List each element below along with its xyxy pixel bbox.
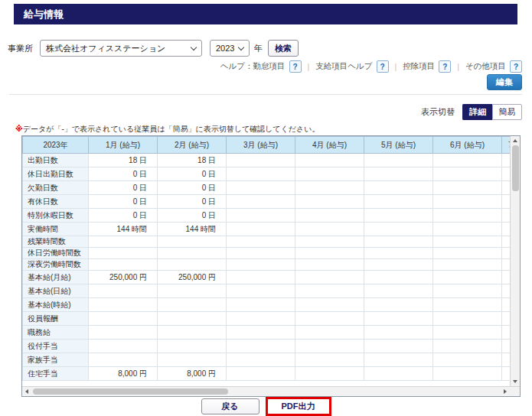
table-row: 休日出勤日数 0 日 0 日	[23, 167, 521, 181]
cell-value	[158, 259, 227, 271]
cell-value	[295, 298, 364, 312]
help-link-other-items[interactable]: その他項目	[465, 61, 506, 72]
office-select[interactable]: 株式会社オフィスステーション	[40, 40, 202, 57]
cell-value	[364, 312, 433, 326]
cell-value: 0 日	[89, 167, 158, 181]
toggle-simple-button[interactable]: 簡易	[492, 104, 522, 120]
row-label: 欠勤日数	[23, 181, 89, 195]
cell-value	[295, 167, 364, 181]
cell-value	[227, 248, 295, 259]
table-row: 役付手当	[23, 340, 521, 353]
scroll-up-icon[interactable]	[513, 139, 517, 142]
cell-value	[364, 298, 433, 312]
cell-value	[433, 167, 502, 181]
cell-value	[433, 154, 502, 167]
table-row: 家族手当	[23, 353, 521, 367]
year-select-value: 2023	[216, 44, 234, 53]
cell-value	[227, 353, 295, 367]
cell-value	[433, 181, 502, 195]
cell-value: 0 日	[89, 181, 158, 195]
vertical-scrollbar-thumb[interactable]	[512, 145, 519, 191]
cell-value	[433, 367, 502, 381]
cell-value	[295, 223, 364, 236]
scroll-down-icon[interactable]	[513, 380, 517, 383]
row-label: 出勤日数	[23, 154, 89, 167]
column-header-month: 6月 (給与)	[433, 137, 502, 154]
filter-bar: 事業所 株式会社オフィスステーション 2023 年 検索	[8, 40, 299, 57]
horizontal-scrollbar[interactable]	[22, 386, 520, 396]
year-suffix-label: 年	[254, 43, 263, 54]
row-label: 家族手当	[23, 353, 89, 367]
column-header-month: 4月 (給与)	[295, 137, 364, 154]
help-links-row: ヘルプ： 勤怠項目 ? | 支給項目ヘルプ ? | 控除項目 ? | その他項目…	[220, 60, 522, 73]
year-select[interactable]: 2023	[210, 40, 250, 57]
cell-value: 144 時間	[158, 223, 227, 236]
back-button[interactable]: 戻る	[201, 398, 259, 414]
cell-value	[295, 259, 364, 271]
cell-value	[364, 209, 433, 223]
cell-value	[433, 271, 502, 284]
column-header-month: 1月 (給与)	[89, 137, 158, 154]
page-title: 給与情報	[14, 4, 517, 24]
help-link-attendance-items[interactable]: 勤怠項目	[253, 61, 286, 72]
pdf-output-button[interactable]: PDF出力	[268, 399, 329, 414]
cell-value	[158, 353, 227, 367]
help-icon[interactable]: ?	[377, 60, 389, 73]
salary-table-container: 2023年 1月 (給与) 2月 (給与) 3月 (給与) 4月 (給与) 5月…	[21, 135, 521, 397]
table-row: 住宅手当 8,000 円 8,000 円	[23, 367, 521, 381]
column-header-month: 2月 (給与)	[158, 137, 227, 154]
cell-value	[295, 353, 364, 367]
separator: |	[457, 62, 459, 71]
display-toggle-label: 表示切替	[421, 106, 455, 118]
table-row: 出勤日数 18 日 18 日	[23, 154, 521, 167]
column-header-year: 2023年	[23, 137, 89, 154]
help-icon[interactable]: ?	[439, 60, 451, 73]
search-button[interactable]: 検索	[268, 40, 299, 57]
cell-value	[364, 271, 433, 284]
cell-value	[364, 167, 433, 181]
help-link-deduction-items[interactable]: 控除項目	[403, 61, 435, 72]
help-link-payment-items[interactable]: 支給項目ヘルプ	[315, 61, 372, 72]
salary-table-viewport: 2023年 1月 (給与) 2月 (給与) 3月 (給与) 4月 (給与) 5月…	[22, 136, 520, 386]
cell-value	[227, 312, 295, 326]
cell-value	[89, 284, 158, 298]
cell-value	[89, 312, 158, 326]
cell-value	[89, 353, 158, 367]
scroll-right-icon[interactable]	[504, 389, 507, 394]
row-label: 役付手当	[23, 340, 89, 353]
cell-value: 0 日	[158, 209, 227, 223]
cell-value	[295, 271, 364, 284]
cell-value	[158, 340, 227, 353]
help-icon[interactable]: ?	[289, 60, 302, 73]
vertical-scrollbar[interactable]	[510, 136, 520, 386]
cell-value: 250,000 円	[158, 271, 227, 284]
cell-value	[295, 326, 364, 340]
cell-value	[295, 209, 364, 223]
help-icon[interactable]: ?	[510, 60, 522, 73]
cell-value: 0 日	[158, 167, 227, 181]
table-row: 基本給(日給)	[23, 284, 521, 298]
cell-value	[433, 236, 502, 248]
cell-value	[158, 248, 227, 259]
office-select-value: 株式会社オフィスステーション	[46, 43, 165, 54]
edit-button[interactable]: 編集	[487, 74, 522, 90]
cell-value	[433, 298, 502, 312]
data-notice: ※データが「-」で表示されている従業員は「簡易」に表示切替して確認してください。	[15, 124, 320, 135]
cell-value: 18 日	[158, 154, 227, 167]
horizontal-scrollbar-thumb[interactable]	[33, 388, 228, 395]
cell-value	[227, 340, 295, 353]
cell-value	[433, 312, 502, 326]
cell-value	[364, 353, 433, 367]
cell-value	[227, 326, 295, 340]
cell-value	[433, 223, 502, 236]
cell-value: 250,000 円	[89, 271, 158, 284]
table-row: 役員報酬	[23, 312, 521, 326]
toggle-detail-button[interactable]: 詳細	[462, 104, 492, 120]
cell-value: 8,000 円	[89, 367, 158, 381]
cell-value	[89, 326, 158, 340]
cell-value: 8,000 円	[158, 367, 227, 381]
row-label: 職務給	[23, 326, 89, 340]
cell-value	[227, 209, 295, 223]
scroll-left-icon[interactable]	[25, 389, 28, 394]
cell-value	[433, 209, 502, 223]
